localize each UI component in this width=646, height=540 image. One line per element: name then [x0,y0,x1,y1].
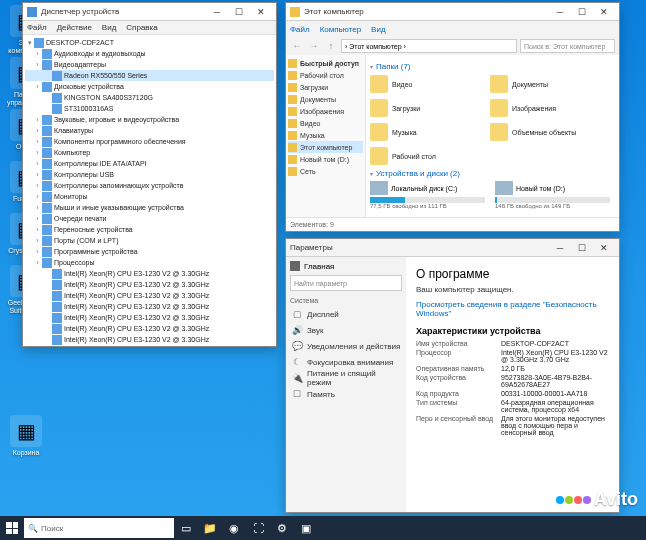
ribbon-tab[interactable]: Файл [290,25,310,34]
sidebar-item[interactable]: Загрузки [288,81,363,93]
close-button[interactable]: ✕ [593,240,615,256]
tree-node[interactable]: ›Переносные устройства [25,224,274,235]
tree-node[interactable]: Intel(R) Xeon(R) CPU E3-1230 V2 @ 3.30GH… [25,323,274,334]
security-link[interactable]: Просмотреть сведения в разделе "Безопасн… [416,300,609,318]
folder-item[interactable]: Документы [490,74,600,94]
tree-node[interactable]: ›Программные устройства [25,246,274,257]
tree-node[interactable]: Intel(R) Xeon(R) CPU E3-1230 V2 @ 3.30GH… [25,268,274,279]
tree-node[interactable]: Intel(R) Xeon(R) CPU E3-1230 V2 @ 3.30GH… [25,345,274,346]
store-taskbar-icon[interactable]: ⛶ [246,516,270,540]
tree-node[interactable]: ›Мыши и иные указывающие устройства [25,202,274,213]
maximize-button[interactable]: ☐ [571,240,593,256]
tree-node[interactable]: ›Процессоры [25,257,274,268]
drives-section-header[interactable]: Устройства и диски (2) [370,169,615,178]
tree-node[interactable]: ›Контроллеры IDE ATA/ATAPI [25,158,274,169]
nav-back-button[interactable]: ← [290,39,304,53]
maximize-button[interactable]: ☐ [228,4,250,20]
minimize-button[interactable]: ─ [206,4,228,20]
settings-nav-item[interactable]: ☾Фокусировка внимания [290,354,402,370]
dm-menubar[interactable]: ФайлДействиеВидСправка [23,21,276,35]
settings-nav-item[interactable]: 🔌Питание и спящий режим [290,370,402,386]
explorer-search[interactable]: Поиск в: Этот компьютер [520,39,615,53]
nav-up-button[interactable]: ↑ [324,39,338,53]
tree-node[interactable]: ›Мониторы [25,191,274,202]
settings-search[interactable]: Найти параметр [290,275,402,291]
tree-node[interactable]: ›Звуковые, игровые и видеоустройства [25,114,274,125]
menu-item[interactable]: Вид [102,23,116,32]
dm-titlebar[interactable]: Диспетчер устройств ─ ☐ ✕ [23,3,276,21]
device-manager-window[interactable]: Диспетчер устройств ─ ☐ ✕ ФайлДействиеВи… [22,2,277,347]
explorer-ribbon[interactable]: ФайлКомпьютерВид [286,21,619,37]
ribbon-tab[interactable]: Компьютер [320,25,361,34]
explorer-sidebar[interactable]: Быстрый доступРабочий столЗагрузкиДокуме… [286,55,366,217]
settings-nav-item[interactable]: 💬Уведомления и действия [290,338,402,354]
folder-item[interactable]: Объемные объекты [490,122,600,142]
tree-node[interactable]: KINGSTON SA400S37120G [25,92,274,103]
sidebar-item[interactable]: Рабочий стол [288,69,363,81]
tree-node[interactable]: ›Дисковые устройства [25,81,274,92]
tree-node[interactable]: ›Аудиовходы и аудиовыходы [25,48,274,59]
ribbon-tab[interactable]: Вид [371,25,385,34]
settings-nav-item[interactable]: ▢Дисплей [290,306,402,322]
tree-node[interactable]: ›Контроллеры USB [25,169,274,180]
menu-item[interactable]: Справка [126,23,157,32]
sidebar-item[interactable]: Музыка [288,129,363,141]
tree-node[interactable]: ›Очереди печати [25,213,274,224]
tree-node[interactable]: Intel(R) Xeon(R) CPU E3-1230 V2 @ 3.30GH… [25,301,274,312]
close-button[interactable]: ✕ [593,4,615,20]
tree-node[interactable]: Intel(R) Xeon(R) CPU E3-1230 V2 @ 3.30GH… [25,279,274,290]
tree-node[interactable]: ›Порты (COM и LPT) [25,235,274,246]
start-button[interactable] [0,516,24,540]
tree-node[interactable]: ›Клавиатуры [25,125,274,136]
folder-item[interactable]: Загрузки [370,98,480,118]
sidebar-item[interactable]: Этот компьютер [288,141,363,153]
menu-item[interactable]: Действие [57,23,92,32]
folder-item[interactable]: Видео [370,74,480,94]
maximize-button[interactable]: ☐ [571,4,593,20]
st-titlebar[interactable]: Параметры ─ ☐ ✕ [286,239,619,257]
close-button[interactable]: ✕ [250,4,272,20]
settings-sidebar[interactable]: Главная Найти параметр Система ▢Дисплей🔊… [286,257,406,512]
tree-node[interactable]: Intel(R) Xeon(R) CPU E3-1230 V2 @ 3.30GH… [25,334,274,345]
sidebar-item[interactable]: Изображения [288,105,363,117]
settings-home[interactable]: Главная [290,261,402,271]
tree-node[interactable]: ›Компьютер [25,147,274,158]
menu-item[interactable]: Файл [27,23,47,32]
address-path[interactable]: › Этот компьютер › [341,39,517,53]
tree-node[interactable]: ›Видеоадаптеры [25,59,274,70]
tree-node[interactable]: ›Контроллеры запоминающих устройств [25,180,274,191]
folder-item[interactable]: Рабочий стол [370,146,480,166]
explorer-main[interactable]: Папки (7) ВидеоДокументыЗагрузкиИзображе… [366,55,619,217]
sidebar-item[interactable]: Сеть [288,165,363,177]
settings-nav-item[interactable]: 🔊Звук [290,322,402,338]
folders-section-header[interactable]: Папки (7) [370,62,615,71]
sidebar-item[interactable]: Быстрый доступ [288,57,363,69]
folder-item[interactable]: Музыка [370,122,480,142]
tree-root[interactable]: ▾DESKTOP-CDF2ACT [25,37,274,48]
settings-nav-item[interactable]: ☐Память [290,386,402,402]
minimize-button[interactable]: ─ [549,240,571,256]
explorer-addressbar[interactable]: ← → ↑ › Этот компьютер › Поиск в: Этот к… [286,37,619,55]
settings-window[interactable]: Параметры ─ ☐ ✕ Главная Найти параметр С… [285,238,620,513]
drive-item[interactable]: Новый том (D:)148 ГБ свободно из 149 ГБ [495,181,610,209]
sidebar-item[interactable]: Видео [288,117,363,129]
tree-node[interactable]: Intel(R) Xeon(R) CPU E3-1230 V2 @ 3.30GH… [25,290,274,301]
taskbar[interactable]: 🔍 Поиск ▭ 📁 ◉ ⛶ ⚙ ▣ [0,516,646,540]
dm-tree[interactable]: ▾DESKTOP-CDF2ACT›Аудиовходы и аудиовыход… [23,35,276,346]
desktop-icon[interactable]: ▦Корзина [2,415,50,457]
tree-node[interactable]: ST31000316AS [25,103,274,114]
devmgr-taskbar-icon[interactable]: ▣ [294,516,318,540]
sidebar-item[interactable]: Документы [288,93,363,105]
task-view-button[interactable]: ▭ [174,516,198,540]
nav-forward-button[interactable]: → [307,39,321,53]
tree-node[interactable]: Radeon RX550/550 Series [25,70,274,81]
explorer-taskbar-icon[interactable]: 📁 [198,516,222,540]
sidebar-item[interactable]: Новый том (D:) [288,153,363,165]
edge-taskbar-icon[interactable]: ◉ [222,516,246,540]
tree-node[interactable]: ›Компоненты программного обеспечения [25,136,274,147]
taskbar-search[interactable]: 🔍 Поиск [24,518,174,538]
settings-taskbar-icon[interactable]: ⚙ [270,516,294,540]
explorer-window[interactable]: Этот компьютер ─ ☐ ✕ ФайлКомпьютерВид ← … [285,2,620,232]
ex-titlebar[interactable]: Этот компьютер ─ ☐ ✕ [286,3,619,21]
minimize-button[interactable]: ─ [549,4,571,20]
